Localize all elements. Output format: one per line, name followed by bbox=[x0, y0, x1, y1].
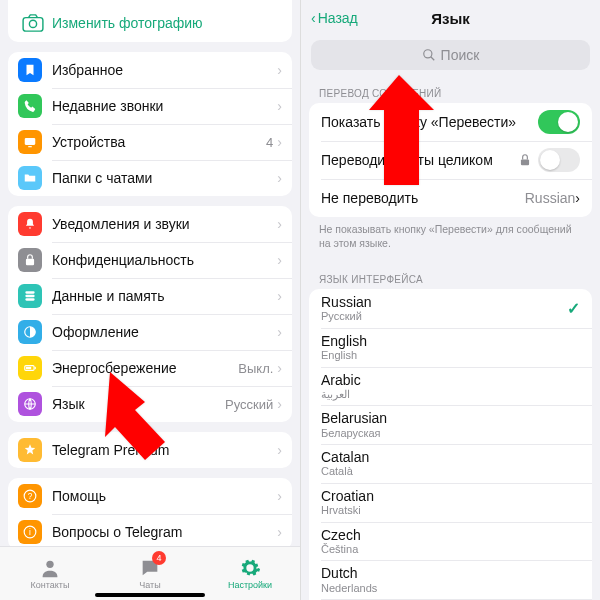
appearance-icon bbox=[18, 320, 42, 344]
nav-bar: ‹ Назад Язык bbox=[301, 0, 600, 36]
language-name: Belarusian bbox=[321, 410, 580, 426]
section-translate: ПЕРЕВОД СООБЩЕНИЙ bbox=[301, 80, 600, 103]
svg-rect-5 bbox=[25, 291, 34, 293]
row-label: Конфиденциальность bbox=[52, 252, 277, 268]
language-name: Dutch bbox=[321, 565, 580, 581]
language-list: Russian Русский ✓English English Arabic … bbox=[309, 289, 592, 600]
chevron-right-icon: › bbox=[277, 62, 282, 78]
battery-icon bbox=[18, 356, 42, 380]
search-placeholder: Поиск bbox=[441, 47, 480, 63]
bookmark-icon bbox=[18, 58, 42, 82]
globe-icon bbox=[18, 392, 42, 416]
row-value: Выкл. bbox=[238, 361, 273, 376]
folder-icon bbox=[18, 166, 42, 190]
language-row[interactable]: Croatian Hrvatski bbox=[309, 483, 592, 522]
svg-point-1 bbox=[29, 20, 36, 27]
settings-row[interactable]: Недавние звонки › bbox=[8, 88, 292, 124]
tab-settings-label: Настройки bbox=[228, 580, 272, 590]
tab-settings[interactable]: Настройки bbox=[200, 547, 300, 600]
search-icon bbox=[422, 48, 436, 62]
chevron-right-icon: › bbox=[277, 252, 282, 268]
language-native: Русский bbox=[321, 310, 580, 323]
svg-point-19 bbox=[423, 50, 431, 58]
back-button[interactable]: ‹ Назад bbox=[311, 10, 358, 26]
language-row[interactable]: Dutch Nederlands bbox=[309, 560, 592, 599]
language-native: Hrvatski bbox=[321, 504, 580, 517]
svg-rect-2 bbox=[25, 138, 36, 145]
settings-row[interactable]: Уведомления и звуки › bbox=[8, 206, 292, 242]
row-label: Вопросы о Telegram bbox=[52, 524, 277, 540]
language-row[interactable]: English English bbox=[309, 328, 592, 367]
lock-icon bbox=[18, 248, 42, 272]
settings-row[interactable]: Конфиденциальность › bbox=[8, 242, 292, 278]
chevron-right-icon: › bbox=[277, 442, 282, 458]
language-row[interactable]: Czech Čeština bbox=[309, 522, 592, 561]
devices-icon bbox=[18, 130, 42, 154]
settings-row[interactable]: Устройства 4 › bbox=[8, 124, 292, 160]
section-interface: ЯЗЫК ИНТЕРФЕЙСА bbox=[301, 266, 600, 289]
row-label: Уведомления и звуки bbox=[52, 216, 277, 232]
settings-pane: Изменить фотографию Избранное › Недавние… bbox=[0, 0, 300, 600]
svg-line-20 bbox=[430, 57, 434, 61]
settings-group: ? Помощь ›i Вопросы о Telegram › bbox=[8, 478, 292, 550]
settings-group: Избранное › Недавние звонки › Устройства… bbox=[8, 52, 292, 196]
toggle-translate-whole[interactable] bbox=[538, 148, 580, 172]
language-name: Czech bbox=[321, 527, 580, 543]
chevron-right-icon: › bbox=[575, 190, 580, 206]
svg-rect-7 bbox=[25, 298, 34, 300]
search-input[interactable]: Поиск bbox=[311, 40, 590, 70]
svg-rect-3 bbox=[28, 146, 32, 147]
back-label: Назад bbox=[318, 10, 358, 26]
settings-row[interactable]: Избранное › bbox=[8, 52, 292, 88]
svg-rect-11 bbox=[26, 367, 31, 369]
language-native: English bbox=[321, 349, 580, 362]
language-name: Russian bbox=[321, 294, 580, 310]
language-row[interactable]: Belarusian Беларуская bbox=[309, 405, 592, 444]
tab-contacts[interactable]: Контакты bbox=[0, 547, 100, 600]
change-photo-link[interactable]: Изменить фотографию bbox=[8, 0, 292, 42]
language-name: English bbox=[321, 333, 580, 349]
language-row[interactable]: Russian Русский ✓ bbox=[309, 289, 592, 328]
svg-marker-18 bbox=[105, 372, 165, 460]
chevron-right-icon: › bbox=[277, 288, 282, 304]
chevron-right-icon: › bbox=[277, 396, 282, 412]
language-pane: ‹ Назад Язык Поиск ПЕРЕВОД СООБЩЕНИЙ Пок… bbox=[300, 0, 600, 600]
language-row[interactable]: Catalan Català bbox=[309, 444, 592, 483]
home-indicator bbox=[95, 593, 205, 597]
row-value: Русский bbox=[225, 397, 273, 412]
language-native: Nederlands bbox=[321, 582, 580, 595]
chevron-left-icon: ‹ bbox=[311, 10, 316, 26]
settings-row[interactable]: i Вопросы о Telegram › bbox=[8, 514, 292, 550]
row-label: Данные и память bbox=[52, 288, 277, 304]
row-label: Папки с чатами bbox=[52, 170, 277, 186]
lock-icon bbox=[516, 151, 534, 169]
data-icon bbox=[18, 284, 42, 308]
phone-icon bbox=[18, 94, 42, 118]
row-label: Оформление bbox=[52, 324, 277, 340]
svg-text:i: i bbox=[29, 528, 31, 537]
row-label: Избранное bbox=[52, 62, 277, 78]
bell-icon bbox=[18, 212, 42, 236]
settings-row[interactable]: Папки с чатами › bbox=[8, 160, 292, 196]
tab-chats-label: Чаты bbox=[139, 580, 160, 590]
language-native: Беларуская bbox=[321, 427, 580, 440]
check-icon: ✓ bbox=[567, 299, 580, 318]
settings-row[interactable]: Оформление › bbox=[8, 314, 292, 350]
tab-bar: Контакты 4 Чаты Настройки bbox=[0, 546, 300, 600]
chevron-right-icon: › bbox=[277, 524, 282, 540]
arrow-left bbox=[90, 362, 180, 476]
svg-marker-22 bbox=[369, 75, 434, 185]
chats-badge: 4 bbox=[152, 551, 166, 565]
settings-row[interactable]: ? Помощь › bbox=[8, 478, 292, 514]
language-row[interactable]: Arabic العربية bbox=[309, 367, 592, 406]
chevron-right-icon: › bbox=[277, 98, 282, 114]
svg-text:?: ? bbox=[28, 492, 33, 501]
translate-note: Не показывать кнопку «Перевести» для соо… bbox=[301, 217, 600, 250]
chevron-right-icon: › bbox=[277, 360, 282, 376]
settings-row[interactable]: Данные и память › bbox=[8, 278, 292, 314]
language-name: Croatian bbox=[321, 488, 580, 504]
language-native: Čeština bbox=[321, 543, 580, 556]
tab-contacts-label: Контакты bbox=[31, 580, 70, 590]
toggle-show-translate[interactable] bbox=[538, 110, 580, 134]
help-icon: ? bbox=[18, 484, 42, 508]
